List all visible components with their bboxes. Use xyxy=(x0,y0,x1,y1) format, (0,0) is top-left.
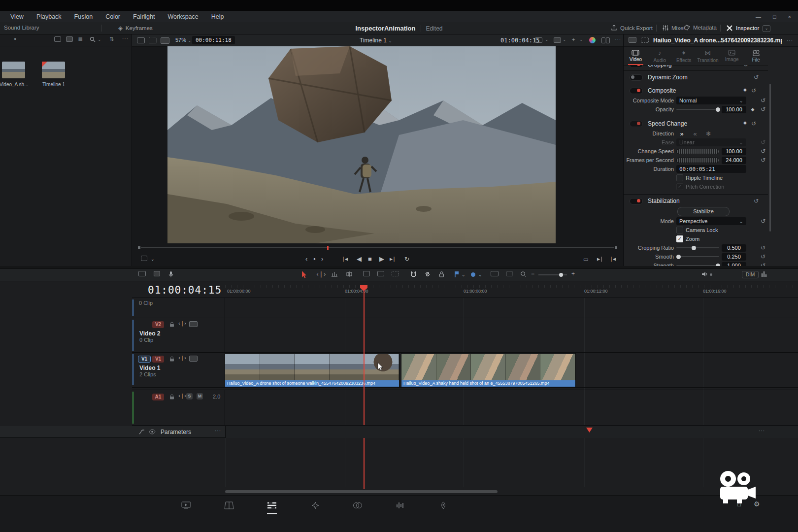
window-maximize-icon[interactable]: □ xyxy=(773,14,776,20)
change-speed-dial[interactable] xyxy=(676,149,719,154)
mixer-button[interactable]: Mixer xyxy=(663,25,685,31)
track-autoselect-icon[interactable]: ‹|› xyxy=(178,321,187,326)
color-viewer-icon[interactable] xyxy=(589,37,596,43)
edit-page-button[interactable] xyxy=(265,499,279,512)
stabilization-toggle[interactable] xyxy=(630,198,643,204)
loop-button[interactable]: ↻ xyxy=(404,253,409,265)
tab-audio[interactable]: ♪ Audio xyxy=(648,47,672,65)
loop-range-icon[interactable]: ▭ xyxy=(583,253,588,265)
strength-slider[interactable] xyxy=(676,265,719,266)
strip-options-icon[interactable]: ··· xyxy=(759,428,765,433)
marker-dot-icon[interactable]: ● xyxy=(313,253,316,265)
speed-change-toggle[interactable] xyxy=(630,121,643,127)
opacity-value[interactable]: 100.00 xyxy=(722,106,746,113)
curve-editor-icon[interactable] xyxy=(138,429,145,435)
track-film-icon[interactable] xyxy=(189,356,198,363)
keyframe-icon[interactable]: ◆ xyxy=(749,107,757,112)
track-header-video3-partial[interactable]: 0 Clip xyxy=(132,298,225,318)
track-badge-a1[interactable]: A1 xyxy=(152,394,164,400)
fusion-page-button[interactable] xyxy=(308,499,322,512)
multicam-icon[interactable] xyxy=(161,37,169,45)
tab-video[interactable]: Video xyxy=(624,47,648,65)
timeline-thumbnail[interactable] xyxy=(42,62,65,78)
clip-thumbnail-icon[interactable] xyxy=(629,37,636,44)
track-name[interactable]: Video 2 xyxy=(139,330,160,337)
inspector-scrollbar[interactable] xyxy=(769,84,771,232)
pitch-correction-checkbox[interactable]: ✓ xyxy=(676,183,683,190)
single-viewer-icon[interactable] xyxy=(137,37,145,45)
audio-monitor-speaker-icon[interactable] xyxy=(701,271,708,277)
inspector-options-icon[interactable]: ··· xyxy=(787,38,793,43)
track-header-video2[interactable]: V2 ‹|› Video 2 0 Clip xyxy=(132,318,225,352)
track-lock-icon[interactable] xyxy=(169,394,174,399)
reset-icon[interactable]: ↺ xyxy=(759,148,767,155)
linked-selection-icon[interactable] xyxy=(424,271,431,277)
composite-mode-dropdown[interactable]: Normal ⌄ xyxy=(676,97,746,104)
media-clip-thumbnail[interactable] xyxy=(2,62,25,78)
fps-dial[interactable] xyxy=(676,158,719,163)
reset-icon[interactable]: ↺ xyxy=(759,253,767,260)
tab-transition[interactable]: ⋈ Transition xyxy=(696,47,720,65)
keyframe-icon[interactable]: ◆ xyxy=(743,120,747,127)
position-lock-icon[interactable] xyxy=(439,271,444,277)
cropping-ratio-value[interactable]: 0.500 xyxy=(722,244,746,252)
dim-audio-button[interactable]: DIM xyxy=(742,271,759,278)
overwrite-clip-icon[interactable] xyxy=(377,271,384,278)
fairlight-page-button[interactable] xyxy=(394,499,407,512)
prev-marker-button[interactable]: ‹ xyxy=(305,253,307,265)
timeline-ruler[interactable]: 01:00:00:00 01:00:04:00 01:00:08:00 01:0… xyxy=(225,285,798,298)
zoom-out-icon[interactable]: − xyxy=(531,270,534,277)
menu-view[interactable]: View xyxy=(4,12,30,21)
fx-icon[interactable]: ✦ xyxy=(571,37,575,42)
track-autoselect-icon[interactable]: ‹|› xyxy=(178,355,187,361)
safe-area-icon[interactable] xyxy=(149,37,157,45)
metadata-button[interactable]: Metadata xyxy=(684,25,717,31)
track-badge-v1[interactable]: V1 xyxy=(152,356,164,363)
full-extent-zoom-icon[interactable] xyxy=(491,271,499,278)
viewer-options-icon[interactable]: ··· xyxy=(615,36,621,42)
more-options-icon[interactable]: ··· xyxy=(122,36,129,41)
snapping-magnet-icon[interactable] xyxy=(410,271,417,277)
window-minimize-icon[interactable]: — xyxy=(756,14,761,20)
track-film-icon[interactable] xyxy=(189,321,198,329)
custom-zoom-icon[interactable] xyxy=(520,271,527,277)
track-header-audio1[interactable]: A1 ‹|› S M 2.0 xyxy=(132,390,225,425)
tab-file[interactable]: File xyxy=(744,47,768,65)
menu-fairlight[interactable]: Fairlight xyxy=(127,12,161,21)
track-lock-icon[interactable] xyxy=(169,356,174,362)
timeline-horizontal-scrollbar[interactable] xyxy=(225,490,498,493)
fx-chevron-icon[interactable]: ⌄ xyxy=(579,37,583,42)
play-reverse-button[interactable]: ◀ xyxy=(357,253,362,265)
keyframe-icon[interactable]: ◆ xyxy=(743,87,747,94)
timeline-selector-dropdown[interactable]: Timeline 1 ⌄ xyxy=(360,37,392,44)
menu-help[interactable]: Help xyxy=(205,12,231,21)
flag-chevron-icon[interactable]: ⌄ xyxy=(478,272,482,277)
gang-icon[interactable] xyxy=(535,37,542,44)
blade-tool-icon[interactable] xyxy=(346,271,353,277)
split-screen-icon[interactable] xyxy=(601,37,610,45)
track-destination-badge-v1[interactable]: V1 xyxy=(138,356,151,363)
track-mute-button[interactable]: M xyxy=(197,393,203,399)
trim-edit-tool-icon[interactable]: ‹|› xyxy=(316,271,327,278)
track-lock-icon[interactable] xyxy=(169,322,174,327)
detail-zoom-icon[interactable] xyxy=(506,271,513,278)
thumbnail-view-icon[interactable] xyxy=(54,36,61,43)
insert-clip-icon[interactable] xyxy=(363,271,370,278)
reset-icon[interactable]: ↺ xyxy=(751,87,756,94)
menu-workspace[interactable]: Workspace xyxy=(161,12,204,21)
reset-icon[interactable]: ↺ xyxy=(754,198,759,204)
search-icon[interactable] xyxy=(90,36,96,42)
layout-preset-icon[interactable]: ⌄ xyxy=(763,25,770,32)
scrub-end-handle[interactable] xyxy=(615,246,617,249)
parameters-options-icon[interactable]: ··· xyxy=(215,428,221,433)
voiceover-mic-icon[interactable] xyxy=(168,271,173,278)
viewer-scrub-bar[interactable] xyxy=(138,246,617,249)
visibility-eye-icon[interactable] xyxy=(149,429,156,434)
direction-freeze-icon[interactable]: ❄ xyxy=(703,130,714,137)
scrub-start-handle[interactable] xyxy=(138,246,140,249)
composite-toggle[interactable] xyxy=(630,88,643,94)
stab-zoom-checkbox[interactable]: ✓ xyxy=(676,235,683,242)
bin-dot-icon[interactable]: ● xyxy=(14,36,16,41)
cropping-ratio-slider[interactable] xyxy=(676,247,719,248)
window-close-icon[interactable]: × xyxy=(788,14,791,20)
